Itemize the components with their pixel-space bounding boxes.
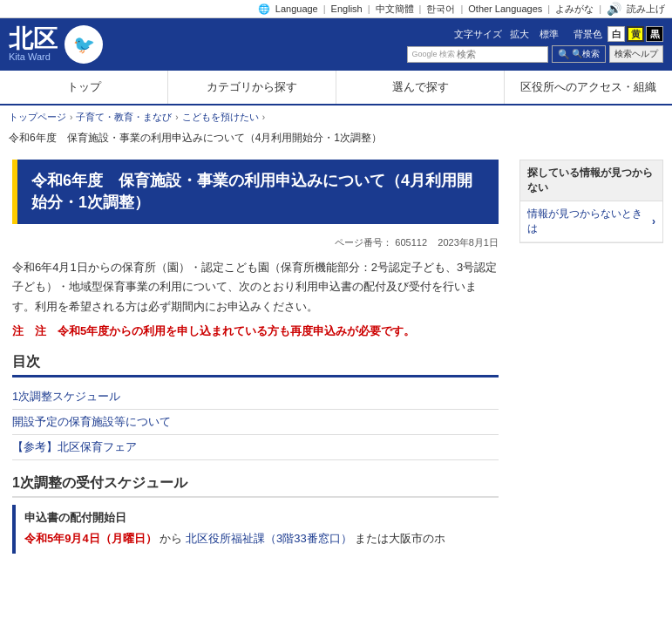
language-label: Language — [275, 3, 318, 14]
nav-category[interactable]: カテゴリから探す — [168, 71, 336, 104]
search-label: Google 検索 — [411, 49, 455, 60]
sidebar-box-1: 探している情報が見つからない 情報が見つからないときは › — [519, 160, 663, 243]
sidebar: 探している情報が見つからない 情報が見つからないときは › — [511, 151, 672, 569]
section1-title: 1次調整の受付スケジュール — [12, 474, 499, 498]
toc-link-2[interactable]: 開設予定の保育施設等について — [12, 415, 171, 428]
subsection1-content: 令和5年9月4日（月曜日） から 北区役所福祉課（3階33番窓口） または大阪市… — [24, 529, 490, 548]
lang-other-link[interactable]: Other Languages — [468, 3, 542, 14]
top-bar: 🌐 Language | English | 中文簡體 | 한국어 | Othe… — [0, 0, 672, 18]
read-aloud-link[interactable]: 読み上げ — [627, 3, 665, 16]
search-button[interactable]: 🔍 🔍検索 — [552, 45, 606, 63]
sidebar-box-title: 探している情報が見つからない — [520, 160, 662, 201]
toc-title: 目次 — [12, 353, 499, 378]
logo-area: 北区 Kita Ward 🐦 — [9, 25, 103, 64]
article-notice: 注 注 令和5年度からの利用を申し込まれている方も再度申込みが必要です。 — [12, 322, 499, 341]
search-help-button[interactable]: 検索ヘルプ — [609, 45, 663, 63]
article-body: 令和6年4月1日からの保育所（園）・認定こども園（保育所機能部分：2号認定子ども… — [12, 258, 499, 340]
logo-text: 北区 — [9, 27, 58, 51]
subsection1-link[interactable]: 北区役所福祉課（3階33番窓口） — [186, 532, 352, 545]
main-content: 令和6年度 保育施設・事業の利用申込みについて（4月利用開始分・1次調整） ペー… — [0, 151, 511, 569]
logo-icon: 🐦 — [64, 25, 103, 64]
nav-access[interactable]: 区役所へのアクセス・組織 — [505, 71, 672, 104]
color-yellow-btn[interactable]: 黄 — [627, 26, 644, 42]
subsection1: 申込書の配付開始日 令和5年9月4日（月曜日） から 北区役所福祉課（3階33番… — [12, 505, 499, 554]
font-expand-btn[interactable]: 拡大 — [507, 27, 532, 42]
toc-item-3: 【参考】北区保育フェア — [12, 435, 499, 460]
breadcrumb-entrust[interactable]: こどもを預けたい — [182, 111, 259, 124]
toc-item-2: 開設予定の保育施設等について — [12, 410, 499, 435]
color-buttons: 白 黄 黒 — [608, 26, 663, 42]
toc-link-3[interactable]: 【参考】北区保育フェア — [12, 440, 137, 453]
color-label: 背景色 — [574, 28, 602, 41]
subsection1-suffix: から — [160, 532, 182, 545]
subsection1-date: 令和5年9月4日（月曜日） — [24, 532, 157, 545]
breadcrumb-current: 令和6年度 保育施設・事業の利用申込みについて（4月利用開始分・1次調整） — [0, 129, 672, 151]
breadcrumb-sep-3: › — [262, 112, 265, 122]
chevron-icon: › — [652, 215, 655, 228]
breadcrumb-sep-2: › — [175, 112, 178, 122]
search-bar: Google 検索 🔍 🔍検索 検索ヘルプ — [407, 45, 663, 63]
font-size-label: 文字サイズ — [454, 28, 502, 41]
sidebar-box-item-1[interactable]: 情報が見つからないときは › — [520, 201, 662, 242]
main-layout: 令和6年度 保育施設・事業の利用申込みについて（4月利用開始分・1次調整） ペー… — [0, 151, 672, 569]
page-number-label: ページ番号： — [335, 237, 392, 248]
breadcrumb: トップページ › 子育て・教育・まなび › こどもを預けたい › — [0, 105, 672, 129]
page-number: 605112 — [395, 237, 427, 248]
breadcrumb-sep-1: › — [70, 112, 72, 122]
subsection1-end: または大阪市のホ — [355, 532, 445, 545]
header-controls: 文字サイズ 拡大 標準 背景色 白 黄 黒 Google 検索 🔍 🔍検索 検索… — [407, 26, 663, 63]
toc-list: 1次調整スケジュール 開設予定の保育施設等について 【参考】北区保育フェア — [12, 384, 499, 460]
search-wrapper: Google 検索 — [407, 46, 548, 63]
toc-item-1: 1次調整スケジュール — [12, 384, 499, 410]
toc-section: 目次 1次調整スケジュール 開設予定の保育施設等について 【参考】北区保育フェア — [12, 353, 499, 460]
sound-icon: 🔊 — [607, 2, 621, 16]
breadcrumb-top[interactable]: トップページ — [9, 111, 66, 124]
breadcrumb-childcare[interactable]: 子育て・教育・まなび — [76, 111, 172, 124]
lang-yomi-link[interactable]: よみがな — [555, 3, 594, 16]
page-meta: ページ番号： 605112 2023年8月1日 — [12, 236, 499, 249]
lang-zh-link[interactable]: 中文簡體 — [376, 3, 414, 16]
font-size-controls: 文字サイズ 拡大 標準 背景色 白 黄 黒 — [454, 26, 663, 42]
subsection1-title: 申込書の配付開始日 — [24, 510, 490, 526]
toc-link-1[interactable]: 1次調整スケジュール — [12, 390, 120, 403]
sidebar-item-link[interactable]: 情報が見つからないときは — [527, 207, 652, 236]
color-black-btn[interactable]: 黒 — [646, 26, 663, 42]
article-body-text: 令和6年4月1日からの保育所（園）・認定こども園（保育所機能部分：2号認定子ども… — [12, 258, 499, 316]
article-date: 2023年8月1日 — [438, 237, 499, 248]
nav-select[interactable]: 選んで探す — [336, 71, 505, 104]
translate-icon: 🌐 — [258, 3, 270, 15]
search-btn-label: 🔍検索 — [572, 48, 600, 60]
main-nav: トップ カテゴリから探す 選んで探す 区役所へのアクセス・組織 — [0, 71, 672, 105]
color-white-btn[interactable]: 白 — [608, 26, 625, 42]
lang-en-link[interactable]: English — [331, 3, 363, 14]
nav-top[interactable]: トップ — [0, 71, 168, 104]
article-title: 令和6年度 保育施設・事業の利用申込みについて（4月利用開始分・1次調整） — [31, 170, 485, 214]
lang-ko-link[interactable]: 한국어 — [426, 3, 455, 16]
article-title-box: 令和6年度 保育施設・事業の利用申込みについて（4月利用開始分・1次調整） — [12, 160, 499, 224]
search-icon: 🔍 — [558, 49, 570, 60]
notice-text: 注 令和5年度からの利用を申し込まれている方も再度申込みが必要です。 — [35, 324, 415, 337]
site-header: 北区 Kita Ward 🐦 文字サイズ 拡大 標準 背景色 白 黄 黒 Goo… — [0, 18, 672, 71]
logo-sub: Kita Ward — [9, 51, 58, 62]
font-standard-btn[interactable]: 標準 — [537, 27, 561, 42]
search-input[interactable] — [457, 49, 544, 59]
